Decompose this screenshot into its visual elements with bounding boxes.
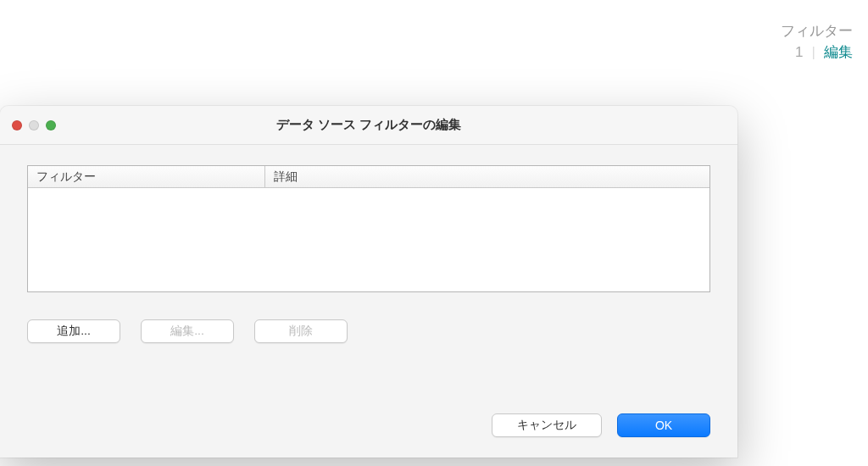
delete-button: 削除 bbox=[254, 319, 348, 343]
filter-summary-label: フィルター bbox=[781, 21, 853, 41]
table-header: フィルター 詳細 bbox=[28, 166, 709, 188]
column-header-filter[interactable]: フィルター bbox=[28, 166, 265, 187]
window-controls bbox=[12, 120, 56, 130]
ok-button[interactable]: OK bbox=[617, 413, 710, 437]
column-header-detail[interactable]: 詳細 bbox=[265, 166, 709, 187]
filter-summary-row: 1 | 編集 bbox=[781, 42, 853, 62]
minimize-window-icon bbox=[29, 120, 39, 130]
filter-edit-link[interactable]: 編集 bbox=[824, 42, 853, 62]
filter-divider: | bbox=[812, 44, 815, 61]
cancel-button[interactable]: キャンセル bbox=[492, 413, 602, 437]
data-source-filter-dialog: データ ソース フィルターの編集 フィルター 詳細 追加... 編集... 削除… bbox=[0, 106, 737, 458]
row-action-buttons: 追加... 編集... 削除 bbox=[27, 319, 710, 343]
maximize-window-icon[interactable] bbox=[46, 120, 56, 130]
close-window-icon[interactable] bbox=[12, 120, 22, 130]
edit-button: 編集... bbox=[141, 319, 234, 343]
dialog-footer-buttons: キャンセル OK bbox=[492, 413, 710, 437]
table-body-empty[interactable] bbox=[28, 188, 709, 291]
filter-summary-panel: フィルター 1 | 編集 bbox=[781, 21, 853, 62]
filters-table: フィルター 詳細 bbox=[27, 165, 710, 292]
dialog-body: フィルター 詳細 追加... 編集... 削除 bbox=[0, 145, 737, 343]
dialog-titlebar: データ ソース フィルターの編集 bbox=[0, 106, 737, 145]
add-button[interactable]: 追加... bbox=[27, 319, 120, 343]
filter-count: 1 bbox=[795, 44, 803, 61]
dialog-title: データ ソース フィルターの編集 bbox=[0, 117, 737, 133]
